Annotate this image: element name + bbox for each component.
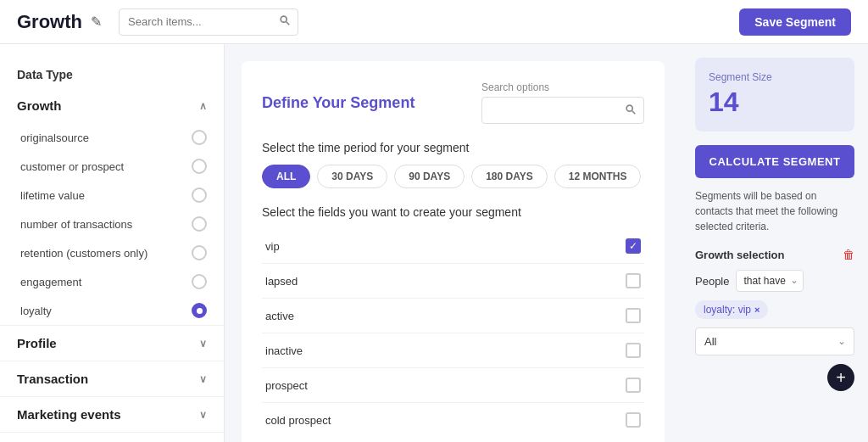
loyalty-vip-tag: loyalty: vip × bbox=[695, 300, 768, 319]
fields-label: Select the fields you want to create you… bbox=[262, 205, 644, 219]
radio-lifetime-value[interactable] bbox=[192, 187, 207, 203]
sidebar-group-marketing: Marketing events ∨ bbox=[0, 397, 224, 433]
field-row-active: active bbox=[262, 299, 644, 333]
header-search-button[interactable] bbox=[272, 14, 298, 29]
svg-line-3 bbox=[632, 110, 636, 114]
define-segment-card: Define Your Segment Search options Selec… bbox=[242, 61, 665, 442]
sidebar-group-transaction-label: Transaction bbox=[17, 372, 88, 386]
header-search-input[interactable] bbox=[120, 15, 272, 28]
checkbox-inactive[interactable] bbox=[626, 343, 641, 358]
search-options-container: Search options bbox=[481, 81, 644, 124]
time-btn-180days[interactable]: 180 DAYS bbox=[471, 165, 548, 188]
checkbox-lapsed[interactable] bbox=[626, 273, 641, 288]
sidebar-item-originalsource[interactable]: originalsource bbox=[0, 123, 224, 152]
time-btn-12months[interactable]: 12 MONTHS bbox=[554, 165, 642, 188]
header-search-box bbox=[119, 8, 298, 36]
define-segment-title: Define Your Segment bbox=[262, 94, 415, 112]
search-options-input-box bbox=[481, 97, 644, 124]
people-row: People that have bbox=[695, 270, 854, 292]
time-btn-all[interactable]: ALL bbox=[262, 165, 310, 188]
field-row-inactive: inactive bbox=[262, 333, 644, 368]
radio-retention[interactable] bbox=[192, 245, 207, 260]
sidebar-group-transaction-header[interactable]: Transaction ∨ bbox=[0, 361, 224, 396]
time-btn-90days[interactable]: 90 DAYS bbox=[394, 165, 465, 188]
plus-icon: + bbox=[836, 368, 846, 388]
sidebar-group-transaction: Transaction ∨ bbox=[0, 361, 224, 397]
radio-loyalty[interactable] bbox=[192, 303, 207, 318]
chevron-down-icon-marketing: ∨ bbox=[199, 409, 207, 421]
tag-close-button[interactable]: × bbox=[754, 305, 760, 315]
app-title: Growth bbox=[17, 11, 82, 33]
calculate-segment-button[interactable]: CALCULATE SEGMENT bbox=[695, 145, 854, 178]
sidebar-item-customer-prospect[interactable]: customer or prospect bbox=[0, 152, 224, 181]
sidebar-item-lifetime-value[interactable]: lifetime value bbox=[0, 181, 224, 210]
sidebar-group-profile-label: Profile bbox=[17, 336, 57, 350]
sidebar-item-engagement[interactable]: engagement bbox=[0, 267, 224, 296]
edit-icon[interactable]: ✎ bbox=[91, 14, 102, 30]
field-name-vip: vip bbox=[265, 240, 280, 253]
header: Growth ✎ Save Segment bbox=[0, 0, 868, 44]
chevron-up-icon: ∧ bbox=[199, 100, 207, 112]
svg-line-1 bbox=[287, 22, 290, 25]
field-name-inactive: inactive bbox=[265, 344, 303, 357]
search-options-input[interactable] bbox=[482, 104, 618, 117]
field-name-prospect: prospect bbox=[265, 379, 308, 392]
main-content: Define Your Segment Search options Selec… bbox=[225, 44, 682, 442]
segment-size-label: Segment Size bbox=[709, 71, 841, 83]
sidebar-group-profile-header[interactable]: Profile ∨ bbox=[0, 326, 224, 361]
sidebar-group-marketing-header[interactable]: Marketing events ∨ bbox=[0, 397, 224, 432]
checkbox-cold-prospect[interactable] bbox=[626, 412, 641, 428]
save-segment-button[interactable]: Save Segment bbox=[739, 8, 851, 36]
segment-size-card: Segment Size 14 bbox=[695, 58, 854, 131]
all-select[interactable]: All bbox=[695, 327, 854, 355]
all-select-wrapper: All bbox=[695, 327, 854, 355]
sidebar-item-num-transactions[interactable]: number of transactions bbox=[0, 210, 224, 238]
search-options-label: Search options bbox=[481, 81, 644, 93]
chevron-down-icon-profile: ∨ bbox=[199, 338, 207, 350]
sidebar-group-profile: Profile ∨ bbox=[0, 326, 224, 361]
that-have-select-wrapper: that have bbox=[736, 270, 804, 292]
criteria-text: Segments will be based on contacts that … bbox=[695, 188, 854, 234]
field-name-active: active bbox=[265, 310, 294, 322]
field-row-prospect: prospect bbox=[262, 368, 644, 403]
radio-customer-prospect[interactable] bbox=[192, 159, 207, 174]
time-buttons-group: ALL 30 DAYS 90 DAYS 180 DAYS 12 MONTHS bbox=[262, 165, 644, 188]
field-row-lapsed: lapsed bbox=[262, 264, 644, 299]
sidebar-group-growth-items: originalsource customer or prospect life… bbox=[0, 123, 224, 325]
svg-point-2 bbox=[626, 105, 632, 111]
field-name-cold-prospect: cold prospect bbox=[265, 414, 331, 427]
time-btn-30days[interactable]: 30 DAYS bbox=[317, 165, 387, 188]
radio-num-transactions[interactable] bbox=[192, 216, 207, 232]
svg-point-0 bbox=[281, 16, 287, 22]
tag-label: loyalty: vip bbox=[704, 304, 751, 316]
field-name-lapsed: lapsed bbox=[265, 275, 298, 288]
tag-row: loyalty: vip × bbox=[695, 300, 854, 319]
define-card-header: Define Your Segment Search options bbox=[262, 81, 644, 124]
field-row-vip: vip bbox=[262, 229, 644, 264]
people-label: People bbox=[695, 275, 729, 288]
sidebar-item-loyalty[interactable]: loyalty bbox=[0, 296, 224, 325]
right-panel: Segment Size 14 CALCULATE SEGMENT Segmen… bbox=[682, 44, 868, 442]
checkbox-prospect[interactable] bbox=[626, 378, 641, 393]
time-period-label: Select the time period for your segment bbox=[262, 141, 644, 154]
sidebar: Data Type Growth ∧ originalsource custom… bbox=[0, 44, 225, 442]
radio-engagement[interactable] bbox=[192, 274, 207, 289]
growth-selection-header: Growth selection 🗑 bbox=[695, 248, 854, 261]
sidebar-item-retention[interactable]: retention (customers only) bbox=[0, 238, 224, 267]
delete-growth-selection-icon[interactable]: 🗑 bbox=[843, 248, 854, 261]
sidebar-group-growth: Growth ∧ originalsource customer or pros… bbox=[0, 88, 224, 326]
fields-list: vip lapsed active inactive prospect bbox=[262, 229, 644, 437]
sidebar-group-growth-header[interactable]: Growth ∧ bbox=[0, 88, 224, 123]
that-have-select[interactable]: that have bbox=[736, 270, 804, 292]
search-options-button[interactable] bbox=[618, 104, 643, 118]
data-type-heading: Data Type bbox=[0, 58, 224, 88]
growth-selection-title: Growth selection bbox=[695, 249, 784, 261]
sidebar-group-growth-label: Growth bbox=[17, 98, 62, 113]
checkbox-active[interactable] bbox=[626, 308, 641, 323]
radio-originalsource[interactable] bbox=[192, 130, 207, 145]
sidebar-group-marketing-label: Marketing events bbox=[17, 407, 121, 422]
add-criteria-button[interactable]: + bbox=[827, 364, 854, 391]
main-layout: Data Type Growth ∧ originalsource custom… bbox=[0, 44, 868, 442]
chevron-down-icon-transaction: ∨ bbox=[199, 373, 207, 385]
checkbox-vip[interactable] bbox=[626, 238, 641, 254]
